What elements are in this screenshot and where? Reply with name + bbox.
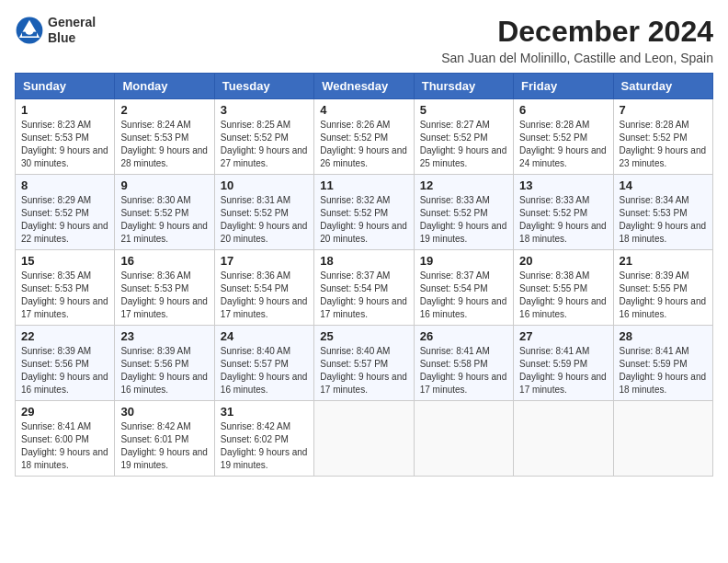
- day-cell: 4 Sunrise: 8:26 AM Sunset: 5:52 PM Dayli…: [314, 99, 414, 175]
- day-number: 26: [420, 329, 507, 343]
- cell-content: Sunrise: 8:33 AM Sunset: 5:52 PM Dayligh…: [519, 194, 607, 246]
- sunset-label: Sunset: 5:53 PM: [120, 132, 188, 143]
- day-number: 15: [21, 254, 108, 268]
- week-row-5: 29 Sunrise: 8:41 AM Sunset: 6:00 PM Dayl…: [16, 401, 713, 477]
- sunrise-label: Sunrise: 8:33 AM: [519, 195, 589, 205]
- sunset-label: Sunset: 5:52 PM: [420, 208, 488, 218]
- week-row-4: 22 Sunrise: 8:39 AM Sunset: 5:56 PM Dayl…: [16, 326, 713, 401]
- daylight-label: Daylight: 9 hours and 30 minutes.: [21, 145, 108, 168]
- day-cell: 18 Sunrise: 8:37 AM Sunset: 5:54 PM Dayl…: [314, 250, 414, 326]
- sunset-label: Sunset: 6:02 PM: [221, 434, 289, 444]
- sunrise-label: Sunrise: 8:41 AM: [420, 346, 490, 356]
- day-number: 21: [620, 254, 707, 268]
- col-header-sunday: Sunday: [16, 74, 115, 99]
- sunset-label: Sunset: 5:54 PM: [221, 283, 289, 293]
- sunrise-label: Sunrise: 8:41 AM: [519, 346, 589, 356]
- day-cell: 14 Sunrise: 8:34 AM Sunset: 5:53 PM Dayl…: [613, 175, 712, 250]
- day-cell: 24 Sunrise: 8:40 AM Sunset: 5:57 PM Dayl…: [214, 326, 313, 401]
- daylight-label: Daylight: 9 hours and 19 minutes.: [420, 221, 507, 244]
- daylight-label: Daylight: 9 hours and 17 minutes.: [21, 296, 108, 319]
- daylight-label: Daylight: 9 hours and 16 minutes.: [21, 372, 108, 395]
- daylight-label: Daylight: 9 hours and 19 minutes.: [221, 447, 308, 470]
- sunset-label: Sunset: 5:53 PM: [21, 283, 89, 293]
- cell-content: Sunrise: 8:29 AM Sunset: 5:52 PM Dayligh…: [21, 194, 108, 246]
- sunset-label: Sunset: 5:52 PM: [420, 132, 488, 143]
- sunset-label: Sunset: 5:52 PM: [21, 208, 89, 218]
- sunset-label: Sunset: 5:59 PM: [519, 359, 587, 369]
- day-number: 17: [221, 254, 308, 268]
- sunrise-label: Sunrise: 8:36 AM: [221, 270, 290, 281]
- daylight-label: Daylight: 9 hours and 20 minutes.: [221, 221, 308, 244]
- sunset-label: Sunset: 5:52 PM: [120, 208, 188, 218]
- daylight-label: Daylight: 9 hours and 17 minutes.: [420, 372, 507, 395]
- day-number: 24: [221, 329, 308, 343]
- sunrise-label: Sunrise: 8:40 AM: [221, 346, 290, 356]
- sunrise-label: Sunrise: 8:31 AM: [221, 195, 290, 205]
- sunrise-label: Sunrise: 8:28 AM: [620, 120, 689, 130]
- daylight-label: Daylight: 9 hours and 23 minutes.: [620, 145, 707, 168]
- header: General Blue December 2024 San Juan del …: [15, 15, 713, 65]
- sunset-label: Sunset: 5:53 PM: [120, 283, 188, 293]
- daylight-label: Daylight: 9 hours and 17 minutes.: [320, 372, 407, 395]
- sunrise-label: Sunrise: 8:37 AM: [420, 270, 490, 281]
- day-cell: [514, 401, 613, 477]
- day-number: 23: [120, 329, 208, 343]
- sunset-label: Sunset: 5:57 PM: [221, 359, 289, 369]
- col-header-tuesday: Tuesday: [214, 74, 313, 99]
- sunset-label: Sunset: 5:52 PM: [519, 132, 587, 143]
- day-number: 12: [420, 178, 507, 192]
- daylight-label: Daylight: 9 hours and 18 minutes.: [620, 372, 707, 395]
- cell-content: Sunrise: 8:30 AM Sunset: 5:52 PM Dayligh…: [120, 194, 208, 246]
- day-number: 13: [519, 178, 607, 192]
- col-header-thursday: Thursday: [414, 74, 513, 99]
- sunset-label: Sunset: 5:59 PM: [620, 359, 688, 369]
- daylight-label: Daylight: 9 hours and 17 minutes.: [519, 372, 607, 395]
- sunset-label: Sunset: 5:58 PM: [420, 359, 488, 369]
- cell-content: Sunrise: 8:36 AM Sunset: 5:53 PM Dayligh…: [120, 270, 208, 321]
- sunrise-label: Sunrise: 8:30 AM: [120, 195, 190, 205]
- sunrise-label: Sunrise: 8:36 AM: [120, 270, 190, 281]
- daylight-label: Daylight: 9 hours and 22 minutes.: [21, 221, 108, 244]
- header-row: SundayMondayTuesdayWednesdayThursdayFrid…: [16, 74, 713, 99]
- sunrise-label: Sunrise: 8:42 AM: [120, 421, 190, 431]
- day-cell: 11 Sunrise: 8:32 AM Sunset: 5:52 PM Dayl…: [314, 175, 414, 250]
- day-number: 3: [221, 103, 308, 117]
- day-cell: 23 Sunrise: 8:39 AM Sunset: 5:56 PM Dayl…: [115, 326, 214, 401]
- col-header-friday: Friday: [514, 74, 613, 99]
- sunrise-label: Sunrise: 8:24 AM: [120, 120, 190, 130]
- cell-content: Sunrise: 8:37 AM Sunset: 5:54 PM Dayligh…: [320, 270, 407, 321]
- cell-content: Sunrise: 8:25 AM Sunset: 5:52 PM Dayligh…: [221, 119, 308, 170]
- day-cell: 12 Sunrise: 8:33 AM Sunset: 5:52 PM Dayl…: [414, 175, 513, 250]
- sunrise-label: Sunrise: 8:33 AM: [420, 195, 490, 205]
- day-cell: 17 Sunrise: 8:36 AM Sunset: 5:54 PM Dayl…: [214, 250, 313, 326]
- svg-point-3: [25, 26, 34, 35]
- day-cell: 27 Sunrise: 8:41 AM Sunset: 5:59 PM Dayl…: [514, 326, 613, 401]
- cell-content: Sunrise: 8:41 AM Sunset: 5:58 PM Dayligh…: [420, 345, 507, 396]
- cell-content: Sunrise: 8:23 AM Sunset: 5:53 PM Dayligh…: [21, 119, 108, 170]
- day-cell: 16 Sunrise: 8:36 AM Sunset: 5:53 PM Dayl…: [115, 250, 214, 326]
- day-cell: 22 Sunrise: 8:39 AM Sunset: 5:56 PM Dayl…: [16, 326, 115, 401]
- cell-content: Sunrise: 8:26 AM Sunset: 5:52 PM Dayligh…: [320, 119, 407, 170]
- sunrise-label: Sunrise: 8:41 AM: [21, 421, 91, 431]
- day-number: 11: [320, 178, 407, 192]
- day-number: 25: [320, 329, 407, 343]
- daylight-label: Daylight: 9 hours and 21 minutes.: [120, 221, 208, 244]
- logo-icon: [15, 16, 44, 45]
- cell-content: Sunrise: 8:24 AM Sunset: 5:53 PM Dayligh…: [120, 119, 208, 170]
- sunrise-label: Sunrise: 8:37 AM: [320, 270, 390, 281]
- day-cell: 26 Sunrise: 8:41 AM Sunset: 5:58 PM Dayl…: [414, 326, 513, 401]
- week-row-1: 1 Sunrise: 8:23 AM Sunset: 5:53 PM Dayli…: [16, 99, 713, 175]
- daylight-label: Daylight: 9 hours and 28 minutes.: [120, 145, 208, 168]
- day-cell: 8 Sunrise: 8:29 AM Sunset: 5:52 PM Dayli…: [16, 175, 115, 250]
- day-number: 22: [21, 329, 108, 343]
- sunset-label: Sunset: 5:53 PM: [21, 132, 89, 143]
- cell-content: Sunrise: 8:40 AM Sunset: 5:57 PM Dayligh…: [320, 345, 407, 396]
- day-number: 7: [620, 103, 707, 117]
- day-number: 18: [320, 254, 407, 268]
- day-cell: 21 Sunrise: 8:39 AM Sunset: 5:55 PM Dayl…: [613, 250, 712, 326]
- title-block: December 2024 San Juan del Molinillo, Ca…: [441, 15, 713, 65]
- cell-content: Sunrise: 8:38 AM Sunset: 5:55 PM Dayligh…: [519, 270, 607, 321]
- day-cell: 31 Sunrise: 8:42 AM Sunset: 6:02 PM Dayl…: [214, 401, 313, 477]
- day-number: 29: [21, 405, 108, 419]
- day-number: 4: [320, 103, 407, 117]
